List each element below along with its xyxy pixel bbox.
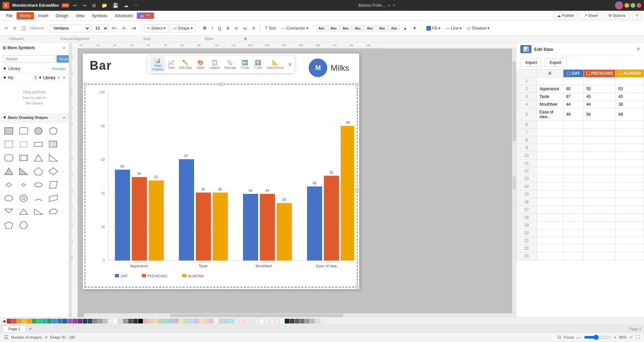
v-scroll-thumb[interactable]	[513, 62, 516, 141]
palette-color-cell[interactable]	[234, 319, 239, 323]
basic-shapes-header[interactable]: ▼ Basic Drawing Shapes ×	[0, 113, 69, 123]
cell-d[interactable]	[616, 183, 644, 191]
palette-color-cell[interactable]	[174, 319, 178, 323]
share-btn[interactable]: ↗ Share	[580, 12, 602, 19]
cell-c[interactable]	[583, 152, 615, 160]
cell-d[interactable]	[616, 206, 644, 214]
cell-d[interactable]	[616, 252, 644, 260]
canvas-content[interactable]: Bar M Milks 📊 Chart Analysis	[78, 48, 516, 317]
palette-color-cell[interactable]	[290, 319, 295, 323]
palette-color-cell[interactable]	[285, 319, 289, 323]
shape-circle-solid[interactable]	[32, 125, 45, 137]
close-right-panel-btn[interactable]: ×	[637, 46, 640, 52]
cell-a[interactable]	[537, 191, 563, 198]
decrease-font-btn[interactable]: A-	[120, 25, 128, 32]
shape-small-diamond[interactable]	[2, 179, 16, 191]
palette-color-cell[interactable]	[249, 319, 254, 323]
cell-d[interactable]	[616, 144, 644, 152]
palette-color-cell[interactable]	[7, 319, 11, 323]
select-btn[interactable]: ↖ Select ▾	[144, 24, 168, 32]
palette-color-cell[interactable]	[83, 319, 87, 323]
cell-d[interactable]	[616, 160, 644, 167]
style-preview-6[interactable]: Abc	[376, 25, 388, 31]
h-scrollbar[interactable]	[84, 313, 516, 317]
style-down-btn[interactable]: ▼	[410, 25, 419, 32]
cell-b[interactable]	[563, 167, 583, 175]
shape-circle-outline[interactable]	[47, 125, 60, 137]
maximize-btn[interactable]	[631, 3, 635, 8]
fit-page-btn[interactable]: ⊡	[557, 335, 561, 340]
palette-color-cell[interactable]	[239, 319, 244, 323]
shape-oval[interactable]	[32, 179, 45, 191]
cell-d[interactable]	[616, 167, 644, 175]
cell-c[interactable]: 56	[583, 108, 615, 121]
cell-c[interactable]	[583, 221, 615, 229]
cell-a[interactable]	[537, 229, 563, 237]
cell-c[interactable]	[583, 191, 615, 198]
palette-color-cell[interactable]	[17, 319, 22, 323]
shape-tri-low[interactable]	[2, 206, 16, 218]
line-btn[interactable]: — Line ▾	[444, 25, 464, 32]
palette-color-cell[interactable]	[224, 319, 229, 323]
style-preview-3[interactable]: Abc	[340, 25, 351, 31]
palette-color-cell[interactable]	[244, 319, 249, 323]
cell-a[interactable]: Ease of stea...	[537, 108, 563, 121]
zoom-out-btn[interactable]: —	[577, 335, 581, 340]
close-chart-toolbar-btn[interactable]: ✕	[288, 62, 292, 67]
superscript-btn[interactable]: x²	[233, 25, 240, 32]
cell-b[interactable]	[563, 191, 583, 198]
cell-d[interactable]	[616, 198, 644, 206]
cell-c[interactable]	[583, 229, 615, 237]
palette-arrow-left[interactable]: ◀	[1, 319, 6, 323]
style-preview-2[interactable]: Abc	[328, 25, 339, 31]
cell-c[interactable]: 55	[583, 85, 615, 93]
help-btn[interactable]: ?	[632, 12, 641, 19]
palette-color-cell[interactable]	[123, 319, 128, 323]
bold-btn[interactable]: B	[202, 25, 209, 32]
shape-skewed-rect[interactable]	[47, 192, 60, 204]
sel-handle-top-left[interactable]	[84, 83, 87, 86]
palette-color-cell[interactable]	[305, 319, 310, 323]
shape-triangle[interactable]	[32, 152, 45, 164]
palette-color-cell[interactable]	[320, 319, 325, 323]
palette-color-cell[interactable]	[42, 319, 47, 323]
palette-color-cell[interactable]	[57, 319, 62, 323]
shape-ellipse[interactable]	[2, 192, 16, 204]
sel-handle-bottom-right[interactable]	[356, 285, 358, 288]
menu-home[interactable]: Home	[17, 12, 34, 20]
styles-btn[interactable]: 🎨 Styles	[195, 59, 207, 70]
close-shapes-btn[interactable]: ×	[62, 114, 66, 121]
options-btn[interactable]: ⚙ Options	[605, 12, 629, 19]
close-library-btn[interactable]: ×	[62, 74, 66, 81]
cell-b[interactable]	[563, 121, 583, 129]
cell-a[interactable]	[537, 121, 563, 129]
cell-b[interactable]	[563, 136, 583, 144]
new-btn[interactable]: ⊞	[91, 2, 97, 9]
palette-color-cell[interactable]	[275, 319, 279, 323]
cut-btn[interactable]: ✂	[3, 25, 10, 32]
cell-b[interactable]	[563, 229, 583, 237]
palette-color-cell[interactable]	[179, 319, 183, 323]
close-btn[interactable]	[637, 3, 641, 8]
cell-a[interactable]	[537, 175, 563, 183]
palette-color-cell[interactable]	[118, 319, 123, 323]
palette-color-cell[interactable]	[254, 319, 259, 323]
data-format-btn[interactable]: 📐 Data Format	[265, 59, 285, 70]
style-up-btn[interactable]: ▲	[401, 25, 409, 32]
cell-c[interactable]	[583, 144, 615, 152]
y-axis-btn[interactable]: ⬆️ Y Axis	[252, 59, 264, 70]
shape-rect-dots[interactable]	[2, 138, 16, 150]
palette-color-cell[interactable]	[280, 319, 284, 323]
subscript-btn[interactable]: x₂	[241, 25, 249, 32]
palette-color-cell[interactable]	[93, 319, 97, 323]
bar-taste-pistachio[interactable]	[196, 193, 211, 261]
cell-c[interactable]	[583, 252, 615, 260]
palette-color-cell[interactable]	[199, 319, 204, 323]
align-btn[interactable]: ≡▾	[130, 25, 138, 32]
cell-d[interactable]	[616, 191, 644, 198]
cell-a[interactable]	[537, 183, 563, 191]
legend-btn[interactable]: 📋 Legend	[208, 59, 221, 70]
sel-handle-top-right[interactable]	[356, 83, 358, 86]
cell-d[interactable]	[616, 245, 644, 252]
cell-a[interactable]	[537, 160, 563, 167]
